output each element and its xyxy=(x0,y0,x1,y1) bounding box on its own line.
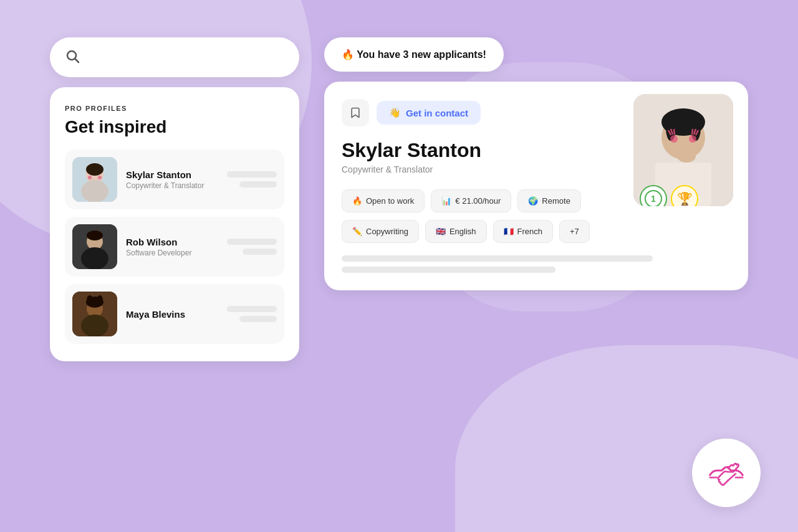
profile-name: Skylar Stanton xyxy=(126,169,204,180)
avatar xyxy=(72,157,117,202)
svg-line-28 xyxy=(674,129,675,135)
svg-point-6 xyxy=(88,176,92,179)
search-icon xyxy=(65,49,80,66)
svg-point-14 xyxy=(81,315,108,336)
profiles-card: PRO PROFILES Get inspired xyxy=(50,87,299,361)
profile-info: Skylar Stanton Copywriter & Translator xyxy=(126,169,204,190)
svg-point-25 xyxy=(670,135,678,143)
svg-point-11 xyxy=(87,230,103,240)
tag-copywriting: ✏️ Copywriting xyxy=(342,220,419,243)
list-item[interactable]: Rob Wilson Software Developer xyxy=(65,217,284,277)
tag-french: 🇫🇷 French xyxy=(493,220,553,243)
placeholder-line xyxy=(227,171,277,178)
svg-point-10 xyxy=(81,247,108,269)
profile-role: Copywriter & Translator xyxy=(126,181,204,190)
avatar xyxy=(72,292,117,336)
left-panel: PRO PROFILES Get inspired xyxy=(50,37,299,361)
placeholder-line xyxy=(239,316,277,322)
placeholder-line xyxy=(243,249,277,255)
tag-label: € 21.00/hour xyxy=(455,196,501,206)
section-label: PRO PROFILES xyxy=(65,105,284,112)
svg-point-7 xyxy=(98,176,102,179)
notification-text: 🔥 You have 3 new applicants! xyxy=(342,49,486,60)
tag-rate: 📊 € 21.00/hour xyxy=(431,189,511,212)
profile-name: Rob Wilson xyxy=(126,237,191,247)
globe-icon: 🌍 xyxy=(528,196,538,206)
fire-icon: 🔥 xyxy=(352,196,362,206)
profile-list: Skylar Stanton Copywriter & Translator xyxy=(65,150,284,344)
search-bar[interactable] xyxy=(50,37,299,77)
tag-remote: 🌍 Remote xyxy=(517,189,581,212)
description-lines xyxy=(342,255,731,273)
rank-badge: 1 xyxy=(640,185,667,206)
main-container: PRO PROFILES Get inspired xyxy=(0,0,798,399)
fr-flag-icon: 🇫🇷 xyxy=(504,227,514,236)
pencil-icon: ✏️ xyxy=(352,227,362,236)
money-icon: 📊 xyxy=(441,196,451,206)
bookmark-button[interactable] xyxy=(342,99,369,126)
tag-label: Copywriting xyxy=(366,227,408,236)
svg-line-32 xyxy=(692,129,693,135)
section-title: Get inspired xyxy=(65,117,284,137)
placeholder-line xyxy=(239,181,277,188)
svg-point-4 xyxy=(81,180,108,202)
right-panel: 🔥 You have 3 new applicants! 👋 Get in co… xyxy=(324,37,748,290)
contact-button[interactable]: 👋 Get in contact xyxy=(377,101,481,125)
placeholder-line xyxy=(227,239,277,245)
tag-label: Open to work xyxy=(366,196,414,206)
trophy-badge: 🏆 xyxy=(671,185,698,206)
wave-icon: 👋 xyxy=(389,107,401,118)
tag-label: French xyxy=(517,227,542,236)
list-item[interactable]: Maya Blevins xyxy=(65,284,284,344)
profile-role: Software Developer xyxy=(126,249,191,257)
profile-info: Maya Blevins xyxy=(126,309,185,320)
handshake-icon xyxy=(708,454,745,492)
svg-point-33 xyxy=(677,150,696,163)
svg-point-16 xyxy=(87,295,93,305)
contact-button-label: Get in contact xyxy=(406,108,468,118)
placeholder-lines xyxy=(213,171,277,188)
profile-photo: 1 🏆 xyxy=(633,94,733,206)
svg-line-1 xyxy=(75,59,79,63)
tag-label: English xyxy=(449,227,476,236)
svg-point-29 xyxy=(689,135,696,143)
list-item[interactable]: Skylar Stanton Copywriter & Translator xyxy=(65,150,284,209)
placeholder-lines xyxy=(200,239,277,255)
tag-label: Remote xyxy=(542,196,570,206)
profile-name: Maya Blevins xyxy=(126,309,185,320)
placeholder-line xyxy=(227,306,277,312)
tag-more[interactable]: +7 xyxy=(559,220,590,243)
trophy-icon: 🏆 xyxy=(677,191,693,206)
more-label: +7 xyxy=(570,227,579,236)
svg-point-17 xyxy=(97,295,103,305)
placeholder-lines xyxy=(194,306,277,322)
floating-handshake-circle xyxy=(692,439,761,507)
desc-line xyxy=(342,267,555,273)
notification-bar: 🔥 You have 3 new applicants! xyxy=(324,37,504,72)
tag-open-to-work: 🔥 Open to work xyxy=(342,189,425,212)
profile-info: Rob Wilson Software Developer xyxy=(126,237,191,257)
avatar xyxy=(72,224,117,269)
tags-row-2: ✏️ Copywriting 🇬🇧 English 🇫🇷 French +7 xyxy=(342,220,731,243)
svg-point-5 xyxy=(86,163,103,176)
tag-english: 🇬🇧 English xyxy=(425,220,487,243)
profile-detail-card: 👋 Get in contact xyxy=(324,82,748,290)
svg-text:1: 1 xyxy=(651,194,656,204)
desc-line xyxy=(342,255,653,262)
gb-flag-icon: 🇬🇧 xyxy=(436,227,446,236)
badge-row: 1 🏆 xyxy=(640,185,698,206)
card-actions: 👋 Get in contact xyxy=(342,99,481,126)
